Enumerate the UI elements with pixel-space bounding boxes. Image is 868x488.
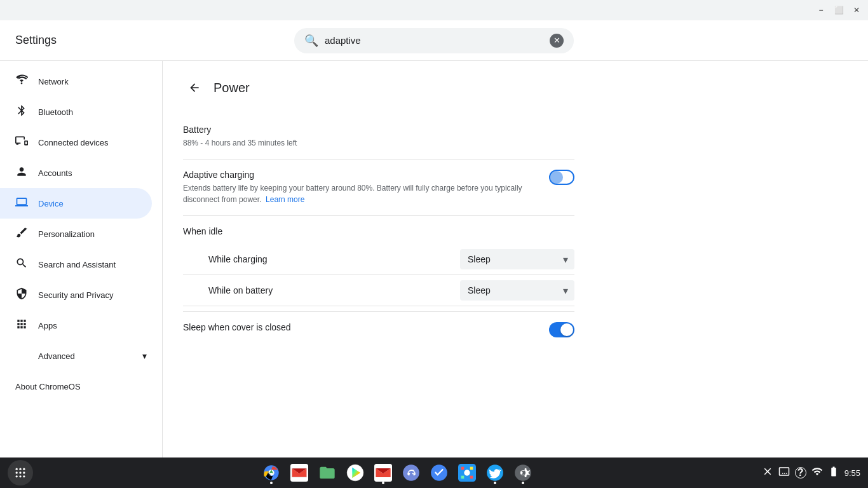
svg-point-14 xyxy=(403,464,420,481)
battery-label: Battery xyxy=(183,125,574,135)
while-on-battery-select[interactable]: Sleep Shut down Do nothing xyxy=(460,280,574,301)
svg-point-2 xyxy=(23,468,25,470)
adaptive-charging-toggle[interactable] xyxy=(549,170,574,185)
taskbar-app-gmail2[interactable] xyxy=(370,460,396,485)
adaptive-charging-row: Adaptive charging Extends battery life b… xyxy=(183,159,574,216)
bluetooth-icon xyxy=(15,104,28,120)
taskbar-app-settings[interactable] xyxy=(510,460,536,485)
screen-icon[interactable] xyxy=(778,466,790,480)
sidebar-item-network-label: Network xyxy=(38,77,69,86)
wifi-status-icon[interactable] xyxy=(811,466,823,480)
page-header: Power xyxy=(183,76,574,99)
sidebar-item-advanced[interactable]: Advanced ▾ xyxy=(0,341,162,371)
svg-point-7 xyxy=(19,475,21,477)
while-charging-row: While charging Sleep Shut down Do nothin… xyxy=(183,244,574,275)
while-on-battery-dropdown[interactable]: Sleep Shut down Do nothing xyxy=(460,280,574,301)
content-area: Power Battery 88% - 4 hours and 35 minut… xyxy=(163,61,868,458)
app-active-dot xyxy=(494,482,496,484)
shield-icon xyxy=(15,287,28,303)
maximize-button[interactable]: ⬜ xyxy=(832,4,845,17)
taskbar-app-discord[interactable] xyxy=(398,460,424,485)
svg-point-16 xyxy=(412,473,414,474)
about-label: About ChromeOS xyxy=(15,382,81,391)
taskbar-app-photos[interactable] xyxy=(454,460,480,485)
app-active-dot xyxy=(270,482,273,484)
toggle-knob xyxy=(550,171,563,184)
devices-icon xyxy=(15,135,28,151)
taskbar-app-gmail[interactable] xyxy=(287,460,312,485)
sidebar-item-about[interactable]: About ChromeOS xyxy=(0,371,162,402)
adaptive-charging-control xyxy=(549,170,574,185)
sleep-cover-control xyxy=(549,322,574,337)
learn-more-link[interactable]: Learn more xyxy=(266,195,304,204)
while-on-battery-label: While on battery xyxy=(208,285,273,295)
search-nav-icon xyxy=(15,257,28,273)
svg-point-21 xyxy=(515,464,532,481)
main-layout: Network Bluetooth Connected devices Acco… xyxy=(0,61,868,458)
clock-display[interactable]: 9:55 xyxy=(844,468,860,478)
sleep-cover-row: Sleep when cover is closed xyxy=(183,311,574,348)
page-title: Power xyxy=(214,81,250,95)
sidebar-item-security[interactable]: Security and Privacy xyxy=(0,280,152,310)
laptop-icon xyxy=(15,196,28,212)
sidebar-item-apps[interactable]: Apps xyxy=(0,310,152,341)
adaptive-charging-desc: Extends battery life by keeping your bat… xyxy=(183,182,539,205)
svg-point-3 xyxy=(16,471,18,473)
search-bar: 🔍 ✕ xyxy=(294,28,574,53)
advanced-label: Advanced xyxy=(38,351,75,361)
svg-point-6 xyxy=(16,475,18,477)
wifi-icon xyxy=(15,74,28,90)
sidebar-item-bluetooth-label: Bluetooth xyxy=(38,107,73,117)
minimize-button[interactable]: − xyxy=(815,4,827,17)
launcher-button[interactable] xyxy=(8,460,33,485)
taskbar: ? 9:55 xyxy=(0,458,868,488)
titlebar: − ⬜ ✕ xyxy=(0,0,868,20)
search-input[interactable] xyxy=(325,35,543,46)
sidebar-item-personalization[interactable]: Personalization xyxy=(0,219,152,249)
sidebar-item-device-label: Device xyxy=(38,199,64,208)
sidebar-item-network[interactable]: Network xyxy=(0,66,152,97)
help-icon[interactable]: ? xyxy=(795,467,806,478)
taskbar-app-play[interactable] xyxy=(342,460,368,485)
taskbar-app-twitter[interactable] xyxy=(482,460,508,485)
sidebar-item-search[interactable]: Search and Assistant xyxy=(0,249,152,280)
battery-row: Battery 88% - 4 hours and 35 minutes lef… xyxy=(183,114,574,159)
while-charging-select[interactable]: Sleep Shut down Do nothing xyxy=(460,249,574,269)
battery-status-icon[interactable] xyxy=(828,466,839,480)
while-charging-dropdown[interactable]: Sleep Shut down Do nothing xyxy=(460,249,574,269)
taskbar-app-tasks[interactable] xyxy=(426,460,452,485)
apps-icon xyxy=(15,318,28,334)
adaptive-charging-label: Adaptive charging xyxy=(183,170,539,180)
sidebar-item-device[interactable]: Device xyxy=(0,188,152,219)
sidebar-item-accounts-label: Accounts xyxy=(38,168,72,178)
notification-icon[interactable] xyxy=(762,466,773,480)
sleep-cover-label: Sleep when cover is closed xyxy=(183,322,539,332)
toggle-knob xyxy=(560,323,573,336)
taskbar-status: ? 9:55 xyxy=(762,466,860,480)
svg-point-0 xyxy=(16,468,18,470)
app-active-dot xyxy=(522,482,524,484)
brush-icon xyxy=(15,226,28,242)
sleep-cover-toggle[interactable] xyxy=(549,322,574,337)
taskbar-app-files[interactable] xyxy=(315,460,340,485)
search-icon: 🔍 xyxy=(304,34,318,48)
svg-point-8 xyxy=(23,475,25,477)
sidebar-item-security-label: Security and Privacy xyxy=(38,290,114,300)
sidebar-item-connected-devices-label: Connected devices xyxy=(38,138,109,147)
sidebar-item-search-label: Search and Assistant xyxy=(38,260,116,269)
svg-point-19 xyxy=(465,470,470,475)
while-on-battery-row: While on battery Sleep Shut down Do noth… xyxy=(183,275,574,306)
close-button[interactable]: ✕ xyxy=(850,4,863,17)
back-button[interactable] xyxy=(183,76,206,99)
sidebar-item-connected-devices[interactable]: Connected devices xyxy=(0,127,152,158)
battery-desc: 88% - 4 hours and 35 minutes left xyxy=(183,137,574,149)
advanced-icon xyxy=(15,349,28,362)
header: Settings 🔍 ✕ xyxy=(0,20,868,61)
search-clear-button[interactable]: ✕ xyxy=(550,34,564,48)
while-charging-label: While charging xyxy=(208,254,268,264)
sidebar-item-accounts[interactable]: Accounts xyxy=(0,158,152,188)
svg-point-15 xyxy=(409,473,410,474)
when-idle-label: When idle xyxy=(183,216,574,244)
taskbar-app-chrome[interactable] xyxy=(259,460,284,485)
sidebar-item-bluetooth[interactable]: Bluetooth xyxy=(0,97,152,127)
